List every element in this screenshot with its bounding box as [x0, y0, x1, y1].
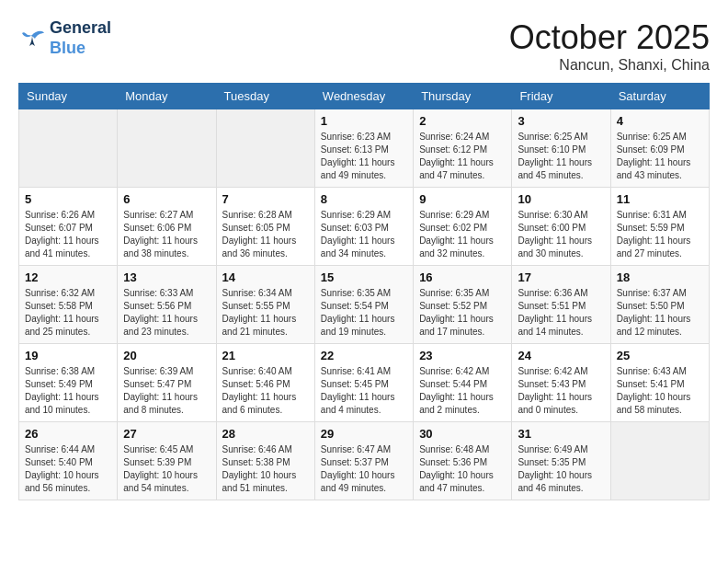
location: Nancun, Shanxi, China: [509, 57, 710, 74]
table-row: 31Sunrise: 6:49 AM Sunset: 5:35 PM Dayli…: [512, 422, 610, 500]
day-number: 31: [518, 427, 604, 441]
table-row: 24Sunrise: 6:42 AM Sunset: 5:43 PM Dayli…: [512, 344, 610, 422]
day-number: 22: [321, 349, 407, 362]
table-row: 10Sunrise: 6:30 AM Sunset: 6:00 PM Dayli…: [512, 188, 610, 266]
day-info: Sunrise: 6:39 AM Sunset: 5:47 PM Dayligh…: [123, 365, 210, 417]
table-row: 20Sunrise: 6:39 AM Sunset: 5:47 PM Dayli…: [118, 344, 216, 422]
day-number: 16: [419, 270, 506, 284]
table-row: 28Sunrise: 6:46 AM Sunset: 5:38 PM Dayli…: [216, 422, 314, 500]
day-number: 21: [222, 349, 309, 362]
table-row: 29Sunrise: 6:47 AM Sunset: 5:37 PM Dayli…: [314, 422, 413, 500]
table-row: 7Sunrise: 6:28 AM Sunset: 6:05 PM Daylig…: [216, 188, 314, 266]
day-number: 2: [419, 114, 506, 128]
day-info: Sunrise: 6:44 AM Sunset: 5:40 PM Dayligh…: [25, 443, 111, 495]
day-number: 27: [123, 427, 210, 441]
day-info: Sunrise: 6:49 AM Sunset: 5:35 PM Dayligh…: [518, 443, 604, 495]
calendar-week-row: 12Sunrise: 6:32 AM Sunset: 5:58 PM Dayli…: [19, 266, 710, 344]
calendar-week-row: 1Sunrise: 6:23 AM Sunset: 6:13 PM Daylig…: [19, 109, 710, 188]
day-info: Sunrise: 6:43 AM Sunset: 5:41 PM Dayligh…: [617, 365, 703, 417]
table-row: 14Sunrise: 6:34 AM Sunset: 5:55 PM Dayli…: [216, 266, 314, 344]
day-number: 17: [518, 270, 604, 284]
day-number: 9: [419, 192, 506, 206]
day-number: 6: [123, 192, 210, 206]
day-info: Sunrise: 6:25 AM Sunset: 6:10 PM Dayligh…: [518, 131, 604, 182]
calendar-week-row: 26Sunrise: 6:44 AM Sunset: 5:40 PM Dayli…: [19, 422, 710, 500]
header-wednesday: Wednesday: [314, 84, 413, 109]
day-info: Sunrise: 6:47 AM Sunset: 5:37 PM Dayligh…: [321, 443, 407, 495]
calendar-week-row: 19Sunrise: 6:38 AM Sunset: 5:49 PM Dayli…: [19, 344, 710, 422]
day-number: 4: [617, 114, 703, 128]
table-row: 15Sunrise: 6:35 AM Sunset: 5:54 PM Dayli…: [314, 266, 413, 344]
day-number: 24: [518, 349, 604, 362]
table-row: 16Sunrise: 6:35 AM Sunset: 5:52 PM Dayli…: [414, 266, 512, 344]
day-number: 19: [25, 349, 111, 362]
table-row: 21Sunrise: 6:40 AM Sunset: 5:46 PM Dayli…: [216, 344, 314, 422]
title-block: October 2025 Nancun, Shanxi, China: [509, 18, 710, 74]
day-number: 13: [123, 270, 210, 284]
day-info: Sunrise: 6:24 AM Sunset: 6:12 PM Dayligh…: [419, 131, 506, 182]
table-row: 23Sunrise: 6:42 AM Sunset: 5:44 PM Dayli…: [414, 344, 512, 422]
table-row: 30Sunrise: 6:48 AM Sunset: 5:36 PM Dayli…: [414, 422, 512, 500]
calendar-header-row: Sunday Monday Tuesday Wednesday Thursday…: [19, 84, 710, 109]
calendar-week-row: 5Sunrise: 6:26 AM Sunset: 6:07 PM Daylig…: [19, 188, 710, 266]
table-row: 6Sunrise: 6:27 AM Sunset: 6:06 PM Daylig…: [118, 188, 216, 266]
day-info: Sunrise: 6:35 AM Sunset: 5:54 PM Dayligh…: [321, 287, 407, 339]
table-row: [19, 109, 118, 188]
day-number: 18: [617, 270, 703, 284]
day-number: 25: [617, 349, 703, 362]
table-row: 2Sunrise: 6:24 AM Sunset: 6:12 PM Daylig…: [414, 109, 512, 188]
day-number: 8: [321, 192, 407, 206]
table-row: 22Sunrise: 6:41 AM Sunset: 5:45 PM Dayli…: [314, 344, 413, 422]
header-sunday: Sunday: [19, 84, 118, 109]
day-info: Sunrise: 6:25 AM Sunset: 6:09 PM Dayligh…: [617, 131, 703, 182]
day-number: 7: [222, 192, 309, 206]
day-number: 12: [25, 270, 111, 284]
day-info: Sunrise: 6:34 AM Sunset: 5:55 PM Dayligh…: [222, 287, 309, 339]
table-row: 9Sunrise: 6:29 AM Sunset: 6:02 PM Daylig…: [414, 188, 512, 266]
day-number: 3: [518, 114, 604, 128]
table-row: [118, 109, 216, 188]
table-row: 4Sunrise: 6:25 AM Sunset: 6:09 PM Daylig…: [610, 109, 709, 188]
day-info: Sunrise: 6:29 AM Sunset: 6:02 PM Dayligh…: [419, 209, 506, 260]
day-info: Sunrise: 6:30 AM Sunset: 6:00 PM Dayligh…: [518, 209, 604, 260]
header-saturday: Saturday: [610, 84, 709, 109]
day-number: 14: [222, 270, 309, 284]
header-friday: Friday: [512, 84, 610, 109]
day-number: 26: [25, 427, 111, 441]
day-number: 28: [222, 427, 309, 441]
table-row: 19Sunrise: 6:38 AM Sunset: 5:49 PM Dayli…: [19, 344, 118, 422]
header-tuesday: Tuesday: [216, 84, 314, 109]
month-title: October 2025: [509, 18, 710, 57]
header-thursday: Thursday: [414, 84, 512, 109]
table-row: 1Sunrise: 6:23 AM Sunset: 6:13 PM Daylig…: [314, 109, 413, 188]
day-info: Sunrise: 6:42 AM Sunset: 5:43 PM Dayligh…: [518, 365, 604, 417]
day-info: Sunrise: 6:35 AM Sunset: 5:52 PM Dayligh…: [419, 287, 506, 339]
day-info: Sunrise: 6:32 AM Sunset: 5:58 PM Dayligh…: [25, 287, 111, 339]
day-number: 29: [321, 427, 407, 441]
day-info: Sunrise: 6:38 AM Sunset: 5:49 PM Dayligh…: [25, 365, 111, 417]
day-info: Sunrise: 6:46 AM Sunset: 5:38 PM Dayligh…: [222, 443, 309, 495]
day-number: 20: [123, 349, 210, 362]
table-row: 26Sunrise: 6:44 AM Sunset: 5:40 PM Dayli…: [19, 422, 118, 500]
day-info: Sunrise: 6:33 AM Sunset: 5:56 PM Dayligh…: [123, 287, 210, 339]
day-info: Sunrise: 6:42 AM Sunset: 5:44 PM Dayligh…: [419, 365, 506, 417]
calendar-table: Sunday Monday Tuesday Wednesday Thursday…: [18, 83, 710, 500]
table-row: 25Sunrise: 6:43 AM Sunset: 5:41 PM Dayli…: [610, 344, 709, 422]
day-info: Sunrise: 6:27 AM Sunset: 6:06 PM Dayligh…: [123, 209, 210, 260]
day-info: Sunrise: 6:23 AM Sunset: 6:13 PM Dayligh…: [321, 131, 407, 182]
table-row: 18Sunrise: 6:37 AM Sunset: 5:50 PM Dayli…: [610, 266, 709, 344]
day-info: Sunrise: 6:40 AM Sunset: 5:46 PM Dayligh…: [222, 365, 309, 417]
table-row: 13Sunrise: 6:33 AM Sunset: 5:56 PM Dayli…: [118, 266, 216, 344]
logo-text: GeneralBlue: [50, 18, 111, 58]
day-info: Sunrise: 6:37 AM Sunset: 5:50 PM Dayligh…: [617, 287, 703, 339]
day-info: Sunrise: 6:31 AM Sunset: 5:59 PM Dayligh…: [617, 209, 703, 260]
day-number: 1: [321, 114, 407, 128]
day-info: Sunrise: 6:45 AM Sunset: 5:39 PM Dayligh…: [123, 443, 210, 495]
day-number: 5: [25, 192, 111, 206]
page-header: GeneralBlue October 2025 Nancun, Shanxi,…: [18, 18, 710, 74]
table-row: 5Sunrise: 6:26 AM Sunset: 6:07 PM Daylig…: [19, 188, 118, 266]
day-info: Sunrise: 6:48 AM Sunset: 5:36 PM Dayligh…: [419, 443, 506, 495]
table-row: 12Sunrise: 6:32 AM Sunset: 5:58 PM Dayli…: [19, 266, 118, 344]
logo-icon: [18, 28, 46, 50]
day-info: Sunrise: 6:36 AM Sunset: 5:51 PM Dayligh…: [518, 287, 604, 339]
